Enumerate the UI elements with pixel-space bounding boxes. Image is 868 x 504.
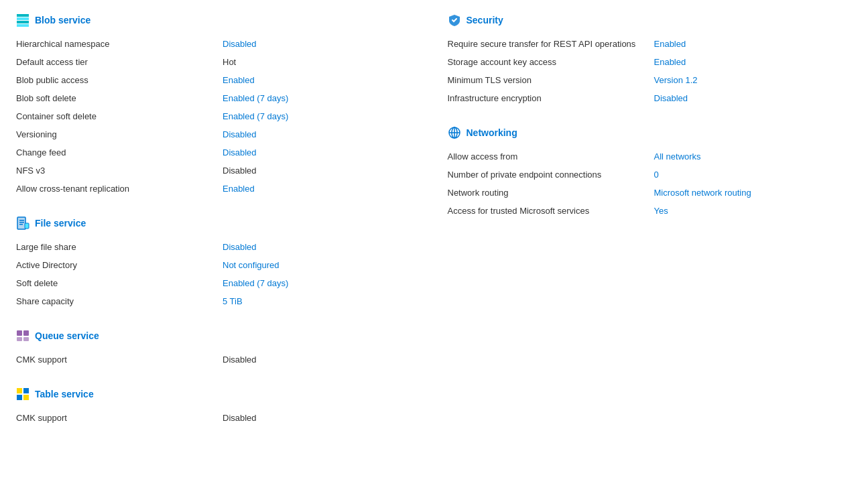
property-row: Allow access fromAll networks — [448, 147, 853, 166]
svg-rect-9 — [25, 223, 29, 229]
section-title-file-service: File service — [35, 218, 86, 229]
svg-rect-13 — [23, 337, 29, 341]
property-value[interactable]: 0 — [654, 170, 659, 180]
property-row: Infrastructure encryptionDisabled — [448, 89, 853, 107]
property-value[interactable]: Microsoft network routing — [654, 188, 751, 198]
property-row: Soft deleteEnabled (7 days) — [16, 274, 421, 292]
section-title-queue-service: Queue service — [35, 330, 99, 341]
svg-rect-3 — [17, 24, 29, 27]
section-title-blob-service: Blob service — [35, 15, 90, 25]
property-value[interactable]: Disabled — [223, 147, 257, 158]
section-blob-service: Blob serviceHierarchical namespaceDisabl… — [16, 13, 421, 198]
property-row: CMK supportDisabled — [16, 409, 421, 427]
property-label: Blob soft delete — [16, 93, 217, 103]
svg-rect-11 — [23, 330, 29, 336]
property-label: Change feed — [16, 147, 217, 158]
svg-rect-8 — [19, 224, 23, 225]
property-label: Require secure transfer for REST API ope… — [448, 39, 649, 49]
svg-rect-4 — [17, 217, 25, 229]
section-title-table-service: Table service — [35, 389, 94, 399]
property-value: Disabled — [223, 413, 257, 423]
section-table-service: Table serviceCMK supportDisabled — [16, 387, 421, 427]
property-value[interactable]: 5 TiB — [223, 296, 243, 306]
section-networking: NetworkingAllow access fromAll networksN… — [448, 126, 853, 220]
section-header-blob-service: Blob service — [16, 13, 421, 27]
property-label: Number of private endpoint connections — [448, 170, 649, 180]
property-row: NFS v3Disabled — [16, 162, 421, 180]
property-value[interactable]: Enabled (7 days) — [223, 111, 288, 121]
section-header-networking: Networking — [448, 126, 853, 139]
svg-rect-6 — [19, 220, 24, 221]
property-row: Blob public accessEnabled — [16, 71, 421, 89]
property-value[interactable]: Enabled — [223, 75, 255, 85]
property-row: Large file shareDisabled — [16, 238, 421, 256]
property-label: Hierarchical namespace — [16, 39, 217, 49]
property-label: Storage account key access — [448, 57, 649, 67]
property-value[interactable]: Disabled — [223, 39, 257, 49]
right-column: SecurityRequire secure transfer for REST… — [448, 13, 853, 446]
property-value[interactable]: Not configured — [223, 260, 280, 270]
property-row: Container soft deleteEnabled (7 days) — [16, 107, 421, 125]
property-row: Allow cross-tenant replicationEnabled — [16, 180, 421, 198]
property-row: Network routingMicrosoft network routing — [448, 184, 853, 202]
blob-icon — [16, 13, 29, 27]
property-row: Share capacity5 TiB — [16, 292, 421, 310]
main-grid: Blob serviceHierarchical namespaceDisabl… — [16, 13, 852, 446]
property-value[interactable]: Version 1.2 — [654, 75, 698, 85]
property-label: Network routing — [448, 188, 649, 198]
networking-icon — [448, 126, 461, 139]
property-value: Hot — [223, 57, 236, 67]
section-header-table-service: Table service — [16, 387, 421, 401]
security-icon — [448, 13, 461, 27]
property-label: Soft delete — [16, 278, 217, 288]
property-row: Change feedDisabled — [16, 143, 421, 162]
property-label: Default access tier — [16, 57, 217, 67]
property-value[interactable]: Enabled (7 days) — [223, 278, 288, 288]
property-label: Large file share — [16, 242, 217, 252]
property-label: Allow cross-tenant replication — [16, 184, 217, 194]
section-header-file-service: File service — [16, 216, 421, 230]
svg-rect-0 — [17, 14, 29, 17]
property-value[interactable]: All networks — [654, 151, 701, 162]
svg-rect-14 — [17, 388, 22, 393]
property-label: CMK support — [16, 355, 217, 365]
file-icon — [16, 216, 29, 230]
property-label: Access for trusted Microsoft services — [448, 206, 649, 216]
property-label: Minimum TLS version — [448, 75, 649, 85]
svg-rect-10 — [17, 330, 22, 336]
property-row: Blob soft deleteEnabled (7 days) — [16, 89, 421, 107]
section-header-queue-service: Queue service — [16, 329, 421, 342]
section-security: SecurityRequire secure transfer for REST… — [448, 13, 853, 107]
property-value[interactable]: Disabled — [223, 129, 257, 139]
property-row: Default access tierHot — [16, 53, 421, 71]
property-label: Container soft delete — [16, 111, 217, 121]
property-label: Active Directory — [16, 260, 217, 270]
property-label: Versioning — [16, 129, 217, 139]
property-row: VersioningDisabled — [16, 125, 421, 143]
section-file-service: File serviceLarge file shareDisabledActi… — [16, 216, 421, 310]
property-label: Infrastructure encryption — [448, 93, 649, 103]
property-label: Blob public access — [16, 75, 217, 85]
property-value[interactable]: Enabled (7 days) — [223, 93, 288, 103]
property-label: Allow access from — [448, 151, 649, 162]
property-value[interactable]: Disabled — [654, 93, 688, 103]
property-row: CMK supportDisabled — [16, 351, 421, 369]
property-value[interactable]: Disabled — [223, 242, 257, 252]
property-row: Access for trusted Microsoft servicesYes — [448, 202, 853, 220]
svg-rect-7 — [19, 222, 24, 223]
property-value[interactable]: Enabled — [654, 57, 686, 67]
property-value[interactable]: Enabled — [654, 39, 686, 49]
svg-rect-16 — [17, 395, 22, 400]
section-header-security: Security — [448, 13, 853, 27]
property-value: Disabled — [223, 355, 257, 365]
property-value[interactable]: Yes — [654, 206, 668, 216]
property-label: Share capacity — [16, 296, 217, 306]
section-queue-service: Queue serviceCMK supportDisabled — [16, 329, 421, 369]
property-value[interactable]: Enabled — [223, 184, 255, 194]
table-icon — [16, 387, 29, 401]
svg-rect-17 — [23, 395, 29, 400]
property-row: Storage account key accessEnabled — [448, 53, 853, 71]
svg-rect-12 — [17, 337, 22, 341]
property-value: Disabled — [223, 166, 257, 176]
property-row: Require secure transfer for REST API ope… — [448, 35, 853, 53]
